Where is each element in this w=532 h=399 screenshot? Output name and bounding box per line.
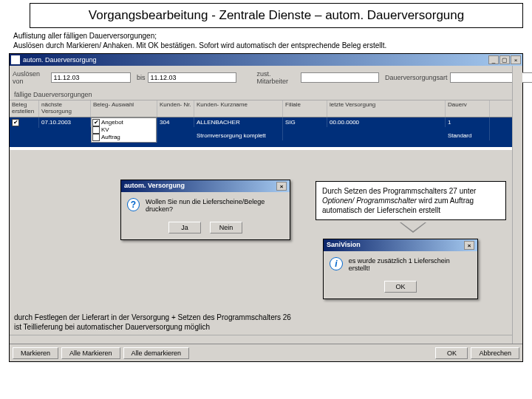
minimize-button[interactable]: _ bbox=[488, 55, 499, 64]
col-beleg-erstellen[interactable]: Beleg erstellen bbox=[10, 100, 39, 117]
beleg-auswahl-list[interactable]: ✔Angebot KV Auftrag bbox=[91, 117, 157, 143]
opt-kv-check[interactable] bbox=[92, 126, 100, 134]
info-icon: i bbox=[330, 257, 343, 270]
info-dialog: SaniVision × i es wurde zusätzlich 1 Lie… bbox=[323, 239, 478, 299]
confirm-text: Wollen Sie nun die Lieferscheine/Belege … bbox=[146, 198, 284, 213]
opt-auftrag: Auftrag bbox=[101, 134, 120, 141]
app-window: autom. Dauerversorgung _ ▢ × Auslösen vo… bbox=[9, 53, 523, 362]
confirm-yes-button[interactable]: Ja bbox=[168, 222, 201, 233]
page-description: Auflistung aller fälligen Dauerversorgun… bbox=[13, 31, 523, 50]
grid-section-label: fällige Dauerversorgungen bbox=[10, 89, 522, 100]
to-label: bis bbox=[137, 74, 146, 81]
info-close-icon[interactable]: × bbox=[464, 241, 474, 250]
cell-art: Standard bbox=[448, 132, 471, 139]
note-text-1: Durch Setzen des Programmschalters 27 un… bbox=[322, 187, 476, 195]
bottom-note-l2: ist Teillieferung bei automatischer Daue… bbox=[14, 323, 210, 331]
bottom-note: durch Festlegen der Lieferart in der Ver… bbox=[14, 313, 291, 332]
table-row[interactable]: ✔ 07.10.2003 ✔Angebot KV Auftrag 304 ALL… bbox=[10, 117, 522, 147]
dauerart-label: Dauerversorgungsart bbox=[385, 74, 448, 81]
col-dauerv[interactable]: Dauerv bbox=[446, 100, 490, 117]
col-letzte-versorgung[interactable]: letzte Versorgung bbox=[327, 100, 446, 117]
mitarbeiter-label: zust. Mitarbeiter bbox=[257, 70, 299, 85]
cell-dauerv: 1 Standard bbox=[446, 117, 490, 140]
col-naechste-versorgung[interactable]: nächste Versorgung bbox=[39, 100, 91, 117]
arrow-down-icon bbox=[400, 222, 426, 233]
confirm-dialog-title: autom. Versorgung bbox=[124, 182, 185, 191]
cell-kunden-nr: 304 bbox=[157, 117, 194, 127]
vertical-scrollbar[interactable] bbox=[512, 66, 522, 344]
to-date-input[interactable] bbox=[148, 72, 236, 83]
row-checkbox[interactable]: ✔ bbox=[12, 119, 19, 126]
bottom-note-l1: durch Festlegen der Lieferart in der Ver… bbox=[14, 313, 291, 321]
confirm-dialog: autom. Versorgung × ? Wollen Sie nun die… bbox=[120, 180, 290, 240]
ok-button[interactable]: OK bbox=[435, 347, 468, 359]
from-date-input[interactable] bbox=[51, 72, 132, 83]
info-ok-button[interactable]: OK bbox=[384, 281, 417, 293]
opt-angebot-check[interactable]: ✔ bbox=[92, 119, 100, 126]
cell-kunden-name: ALLENBACHER Stromversorgung komplett bbox=[194, 117, 283, 140]
cell-letzte: 00.00.0000 bbox=[327, 117, 446, 127]
col-beleg-auswahl[interactable]: Beleg- Auswahl bbox=[91, 100, 157, 117]
opt-angebot: Angebot bbox=[101, 119, 123, 126]
confirm-close-icon[interactable]: × bbox=[276, 182, 287, 191]
cell-desc: Stromversorgung komplett bbox=[197, 132, 266, 139]
page-title: Vorgangsbearbeitung - Zentrale Dienste –… bbox=[30, 3, 523, 28]
note-italic: Optionen/ Programmschalter bbox=[322, 197, 417, 205]
col-kunden-nr[interactable]: Kunden- Nr. bbox=[157, 100, 194, 117]
close-button[interactable]: × bbox=[511, 55, 521, 64]
desc-line2: Auslösen durch Markieren/ Anhaken. Mit O… bbox=[13, 41, 386, 50]
mitarbeiter-input[interactable] bbox=[301, 72, 379, 83]
horizontal-scrollbar[interactable] bbox=[10, 335, 512, 344]
alle-markieren-button[interactable]: Alle Markieren bbox=[61, 347, 120, 359]
abbrechen-button[interactable]: Abbrechen bbox=[471, 347, 519, 359]
from-label: Auslösen von bbox=[13, 70, 49, 85]
col-kunden-kurzname[interactable]: Kunden- Kurzname bbox=[194, 100, 283, 117]
cell-filiale: SIG bbox=[283, 117, 327, 127]
maximize-button[interactable]: ▢ bbox=[499, 55, 510, 64]
grid-header: Beleg erstellen nächste Versorgung Beleg… bbox=[10, 100, 522, 117]
opt-kv: KV bbox=[101, 126, 109, 134]
app-icon bbox=[11, 55, 20, 64]
filter-row: Auslösen von bis zust. Mitarbeiter Dauer… bbox=[10, 66, 522, 89]
info-dialog-title: SaniVision bbox=[327, 241, 361, 250]
markieren-button[interactable]: Markieren bbox=[13, 347, 58, 359]
titlebar: autom. Dauerversorgung _ ▢ × bbox=[10, 54, 522, 66]
desc-line1: Auflistung aller fälligen Dauerversorgun… bbox=[13, 32, 157, 40]
note-box: Durch Setzen des Programmschalters 27 un… bbox=[316, 181, 506, 220]
footer-bar: Markieren Alle Markieren Alle demarkiere… bbox=[10, 344, 522, 361]
alle-demarkieren-button[interactable]: Alle demarkieren bbox=[123, 347, 190, 359]
info-text: es wurde zusätzlich 1 Lieferschein erste… bbox=[349, 257, 471, 272]
col-filiale[interactable]: Filiale bbox=[283, 100, 327, 117]
opt-auftrag-check[interactable] bbox=[92, 134, 100, 141]
question-icon: ? bbox=[127, 198, 140, 211]
window-title: autom. Dauerversorgung bbox=[23, 56, 97, 64]
confirm-no-button[interactable]: Nein bbox=[210, 222, 242, 233]
cell-next: 07.10.2003 bbox=[39, 117, 91, 127]
